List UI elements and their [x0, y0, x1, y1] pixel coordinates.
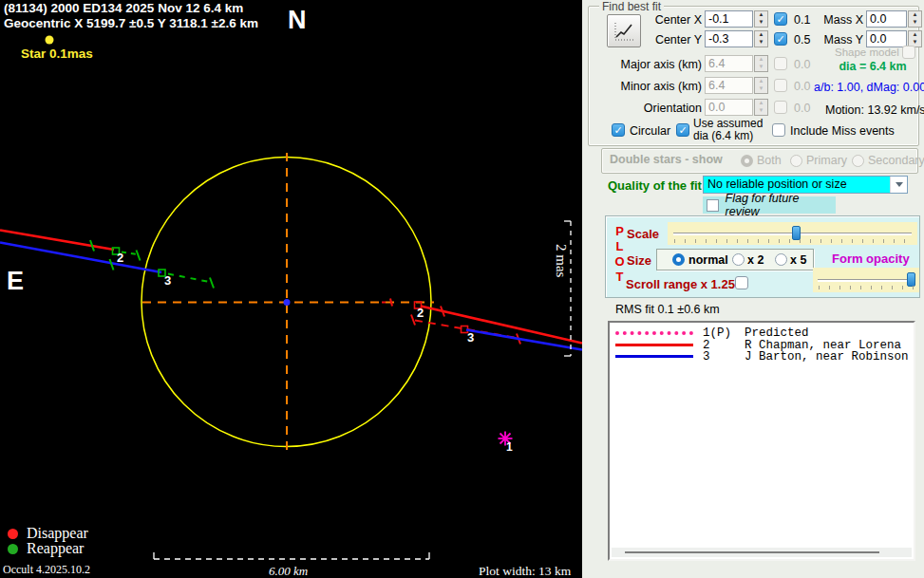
legend-hscrollbar-thumb[interactable] [625, 551, 879, 553]
scale-label: Scale [627, 227, 659, 241]
center-y-step-checkbox[interactable] [774, 32, 787, 46]
mass-y-input[interactable] [866, 30, 907, 47]
form-opacity-slider[interactable] [813, 268, 919, 292]
size-x5-label: x 5 [790, 253, 806, 267]
center-x-input[interactable] [705, 10, 753, 28]
shape-model-label: Shape model [835, 47, 897, 58]
form-opacity-label: Form opacity [832, 252, 910, 266]
double-stars-primary-label: Primary [806, 154, 847, 167]
chord3-west-label: 3 [164, 273, 171, 288]
dropdown-button[interactable] [890, 177, 907, 193]
chord3-west-line [0, 243, 161, 273]
center-star-dot [284, 299, 291, 306]
center-x-spinner[interactable]: ▲▼ [754, 10, 768, 28]
chord3-east-label: 3 [467, 330, 474, 345]
mass-x-spinner[interactable]: ▲▼ [908, 10, 922, 28]
major-axis-label: Major axis (km) [611, 58, 702, 71]
major-axis-spinner: ▲▼ [754, 55, 768, 72]
circular-label: Circular [630, 124, 670, 138]
flag-review-checkbox[interactable] [707, 199, 719, 212]
form-opacity-thumb[interactable] [907, 272, 915, 287]
predicted-chord-label: 1 [506, 440, 513, 454]
center-y-spinner[interactable]: ▲▼ [754, 30, 768, 47]
mass-x-input[interactable] [866, 10, 907, 28]
ab-dmag-readout: a/b: 1.00, dMag: 0.00 [814, 81, 922, 94]
size-x2-label: x 2 [747, 253, 764, 267]
legend-line-sample [615, 331, 693, 335]
fit-button[interactable] [607, 14, 641, 47]
rms-fit-label: RMS fit 0.1 ±0.6 km [615, 303, 720, 316]
predicted-mark-tick [390, 299, 392, 307]
legend-chord-number: 3 [703, 350, 745, 364]
scalebar-label: 6.00 km [269, 564, 308, 578]
control-panel: Find best fit Center X ▲▼ 0.1 Mass X ▲▼ … [582, 0, 924, 578]
star-size-label: Star 0.1mas [21, 47, 93, 61]
form-opacity-track[interactable] [818, 279, 915, 282]
plot-subtitle: Geocentric X 5199.7 ±0.5 Y 3118.1 ±2.6 k… [4, 16, 258, 30]
version-label: Occult 4.2025.10.2 [3, 563, 90, 577]
major-axis-input [705, 55, 753, 72]
size-x2-radio[interactable] [732, 253, 745, 266]
scale-slider-ticks [674, 239, 911, 243]
legend-hscrollbar[interactable] [612, 548, 912, 557]
legend-row[interactable]: 3J Barton, near Robinson [610, 351, 914, 363]
dia-readout: dia = 6.4 km [825, 60, 920, 73]
fit-chart-icon [612, 19, 636, 44]
major-axis-step-checkbox [774, 57, 787, 70]
double-stars-label: Double stars - show [610, 153, 723, 166]
reappear-legend: Reappear [8, 540, 84, 557]
include-miss-label: Include Miss events [790, 124, 895, 138]
form-opacity-ticks [819, 286, 914, 289]
occultation-plot: (81134) 2000 ED134 2025 Nov 12 6.4 km Ge… [0, 0, 582, 578]
use-assumed-checkbox[interactable] [676, 123, 689, 137]
orientation-spinner: ▲▼ [754, 99, 768, 116]
scroll-range-checkbox[interactable] [735, 276, 748, 289]
legend-observer-name: J Barton, near Robinson [745, 350, 909, 364]
legend-row[interactable]: 1(P)Predicted [610, 327, 914, 339]
chord2-west-dash-tick [137, 251, 141, 261]
legend-line-sample [615, 355, 693, 358]
size-label: Size [627, 253, 651, 268]
motion-readout: Motion: 13.92 km/s [825, 103, 920, 117]
minor-axis-step-label: 0.0 [794, 80, 810, 93]
center-x-label: Center X [639, 13, 702, 27]
minor-axis-step-checkbox [774, 79, 787, 92]
mass-x-label: Mass X [821, 13, 863, 27]
legend-line-sample [615, 344, 693, 346]
rms-legend-listbox[interactable]: 1(P)Predicted2R Chapman, near Lorena3J B… [608, 321, 915, 561]
center-x-step-label: 0.1 [794, 13, 810, 27]
rms-legend-list: 1(P)Predicted2R Chapman, near Lorena3J B… [610, 323, 914, 363]
plot-controls-panel: PLOT Scale Size normal x 2 x 5 Form opac… [605, 215, 920, 298]
scale-slider-thumb[interactable] [792, 226, 801, 240]
plot-width-label: Plot width: 13 km [479, 564, 571, 578]
plot-canvas [0, 0, 582, 578]
flag-review-row: Flag for future review [703, 196, 836, 214]
size-radio-group: normal x 2 x 5 [656, 249, 814, 270]
size-x5-radio[interactable] [775, 253, 787, 266]
include-miss-checkbox[interactable] [772, 123, 785, 137]
circular-checkbox[interactable] [612, 123, 625, 137]
east-label: E [7, 267, 24, 296]
use-assumed-label: Use assumed dia (6.4 km) [693, 118, 773, 142]
double-stars-both-label: Both [757, 154, 782, 167]
scale-slider[interactable] [668, 222, 917, 245]
minor-axis-spinner: ▲▼ [754, 77, 768, 94]
reappear-dot-icon [8, 544, 18, 554]
orientation-label: Orientation [611, 102, 702, 115]
quality-value: No reliable position or size [704, 177, 890, 193]
occult-window: (81134) 2000 ED134 2025 Nov 12 6.4 km Ge… [0, 0, 924, 578]
center-x-step-checkbox[interactable] [774, 12, 787, 26]
disappear-dot-icon [8, 529, 18, 539]
plot-title: (81134) 2000 ED134 2025 Nov 12 6.4 km [4, 1, 243, 15]
plot-vertical-label: PLOT [613, 224, 626, 285]
legend-row[interactable]: 2R Chapman, near Lorena [610, 339, 914, 350]
mas-scale-label: 2 mas [553, 244, 569, 277]
mass-y-label: Mass Y [821, 33, 863, 47]
chord2-west-label: 2 [117, 251, 123, 265]
minor-axis-label: Minor axis (km) [611, 80, 702, 93]
orientation-step-label: 0.0 [794, 102, 810, 115]
center-y-input[interactable] [705, 30, 753, 47]
size-normal-radio[interactable] [672, 253, 685, 266]
orientation-input [705, 99, 753, 116]
scroll-range-label: Scroll range x 1.25 [626, 277, 735, 291]
